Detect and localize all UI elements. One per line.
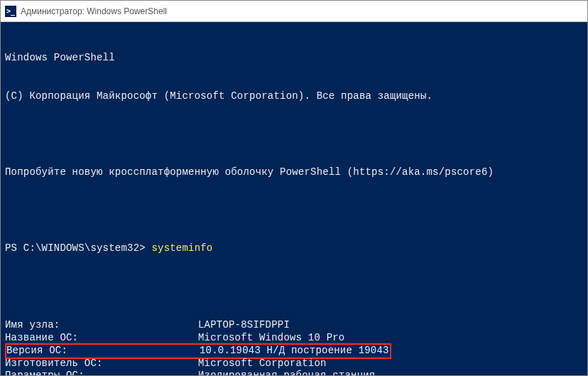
blank-line — [5, 281, 583, 294]
table-row: Параметры ОС:Изолированная рабочая станц… — [5, 370, 583, 376]
table-row: Изготовитель ОС:Microsoft Corporation — [5, 358, 583, 370]
powershell-icon: >_ — [5, 6, 16, 17]
blank-line — [5, 205, 583, 217]
row-key: Параметры ОС: — [5, 370, 198, 376]
try-pscore-line: Попробуйте новую кроссплатформенную обол… — [5, 166, 583, 179]
blank-line — [5, 128, 583, 141]
row-key: Имя узла: — [5, 319, 198, 332]
row-value: Изолированная рабочая станция — [198, 370, 375, 376]
banner-line: Windows PowerShell — [5, 52, 583, 65]
row-value: Microsoft Windows 10 Pro — [198, 332, 344, 345]
prompt-path: PS C:\WINDOWS\system32> — [5, 242, 151, 254]
prompt-line: PS C:\WINDOWS\system32> systeminfo — [5, 242, 583, 255]
copyright-line: (C) Корпорация Майкрософт (Microsoft Cor… — [5, 90, 583, 103]
row-value: LAPTOP-8SIFDPPI — [198, 319, 290, 332]
table-row: Версия ОС:10.0.19043 Н/Д построение 1904… — [5, 343, 391, 359]
window-title: Администратор: Windows PowerShell — [21, 6, 167, 16]
row-value: 10.0.19043 Н/Д построение 19043 — [200, 345, 389, 358]
terminal-area[interactable]: Windows PowerShell (C) Корпорация Майкро… — [1, 22, 587, 375]
window-titlebar[interactable]: >_ Администратор: Windows PowerShell — [1, 1, 587, 22]
systeminfo-output: Имя узла:LAPTOP-8SIFDPPIНазвание ОС:Micr… — [5, 319, 583, 376]
row-key: Версия ОС: — [6, 345, 200, 358]
table-row: Имя узла:LAPTOP-8SIFDPPI — [5, 319, 583, 332]
row-key: Название ОС: — [5, 332, 198, 345]
table-row: Название ОС:Microsoft Windows 10 Pro — [5, 332, 583, 345]
command-text: systeminfo — [151, 242, 212, 254]
row-key: Изготовитель ОС: — [5, 358, 198, 370]
row-value: Microsoft Corporation — [198, 358, 327, 370]
